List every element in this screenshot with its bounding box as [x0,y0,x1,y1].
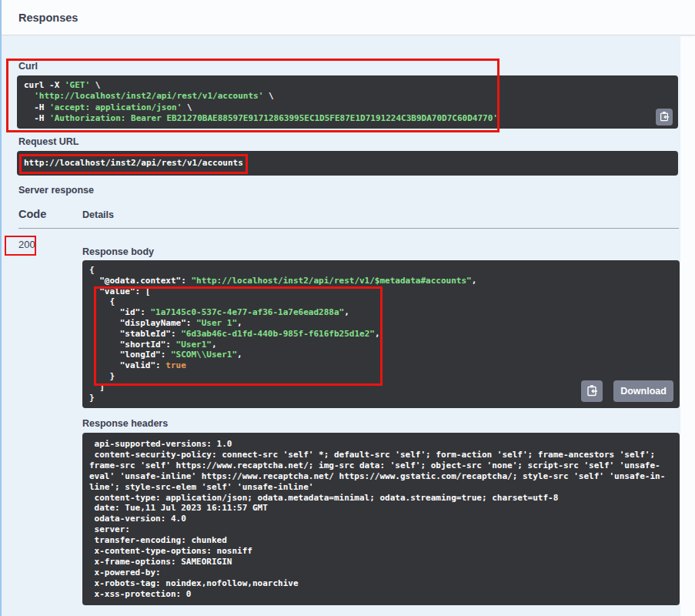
details-column-header: Details [82,209,114,220]
curl-command-code: curl -X 'GET' \ 'http://localhost/inst2/… [24,80,671,124]
request-url-value: http://localhost/inst2/api/rest/v1/accou… [24,158,243,168]
copy-response-button[interactable] [581,380,603,402]
request-url-label: Request URL [18,136,79,147]
responses-panel: Curl curl -X 'GET' \ 'http://localhost/i… [2,36,680,616]
server-response-label: Server response [18,185,94,196]
status-code-value: 200 [18,239,35,250]
download-button[interactable]: Download [613,380,673,402]
clipboard-copy-icon [586,384,598,399]
code-column-header: Code [18,208,46,220]
response-body-block: { "@odata.context": "http://localhost/in… [82,260,680,408]
request-url-block: http://localhost/inst2/api/rest/v1/accou… [17,151,678,176]
response-table-divider [18,228,679,229]
response-body-label: Response body [82,246,154,257]
copy-curl-button[interactable] [656,109,673,126]
response-headers-block: api-supported-versions: 1.0 content-secu… [82,433,680,605]
clipboard-copy-icon [659,111,670,124]
curl-command-block: curl -X 'GET' \ 'http://localhost/inst2/… [17,75,678,129]
response-headers-label: Response headers [82,418,168,429]
curl-label: Curl [18,61,38,72]
responses-section-header: Responses [2,0,695,35]
responses-title: Responses [18,0,78,35]
